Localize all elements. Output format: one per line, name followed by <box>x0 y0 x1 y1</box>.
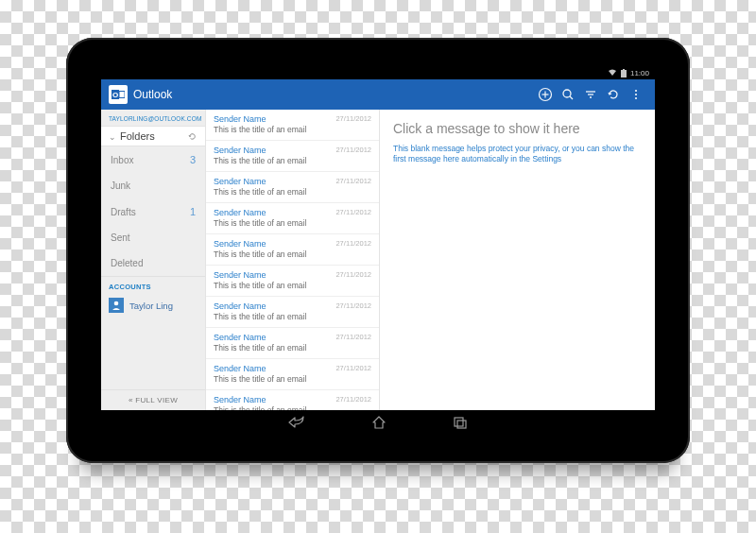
svg-point-8 <box>563 90 571 97</box>
subject: This is the title of an email <box>214 156 371 165</box>
svg-rect-18 <box>457 421 466 428</box>
folder-count: 3 <box>190 154 196 165</box>
date: 27/11/2012 <box>335 208 371 216</box>
subject: This is the title of an email <box>214 281 371 290</box>
refresh-button[interactable] <box>602 87 625 102</box>
folders-header[interactable]: ⌄Folders <box>101 126 205 146</box>
folder-label: Inbox <box>111 155 133 165</box>
back-button[interactable] <box>288 416 305 429</box>
svg-point-16 <box>114 301 119 306</box>
svg-rect-0 <box>621 70 627 77</box>
sidebar: TAYLORLING@OUTLOOK.COM ⌄Folders Inbox 3 … <box>101 110 205 410</box>
list-item[interactable]: Sender NameThis is the title of an email… <box>206 203 379 234</box>
date: 27/11/2012 <box>335 333 371 341</box>
date: 27/11/2012 <box>335 239 371 248</box>
date: 27/11/2012 <box>335 364 371 372</box>
filter-button[interactable] <box>579 87 602 102</box>
android-nav-bar <box>101 410 655 435</box>
subject: This is the title of an email <box>214 343 371 352</box>
svg-rect-1 <box>623 69 625 70</box>
svg-text:O: O <box>112 91 118 99</box>
date: 27/11/2012 <box>335 114 371 123</box>
folder-drafts[interactable]: Drafts 1 <box>101 198 205 225</box>
date: 27/11/2012 <box>335 395 371 404</box>
svg-point-15 <box>635 97 637 99</box>
date: 27/11/2012 <box>335 301 371 310</box>
date: 27/11/2012 <box>335 146 371 154</box>
wifi-icon <box>608 69 617 77</box>
subject: This is the title of an email <box>214 249 371 259</box>
svg-point-13 <box>635 90 637 92</box>
folder-label: Drafts <box>111 207 136 217</box>
subject: This is the title of an email <box>214 218 371 228</box>
subject: This is the title of an email <box>214 374 371 384</box>
clock-text: 11:00 <box>630 69 649 77</box>
list-item[interactable]: Sender NameThis is the title of an email… <box>206 390 379 410</box>
list-item[interactable]: Sender NameThis is the title of an email… <box>206 110 379 141</box>
folders-label: Folders <box>120 130 155 142</box>
folder-inbox[interactable]: Inbox 3 <box>101 146 205 173</box>
folder-sent[interactable]: Sent <box>101 225 205 250</box>
svg-rect-4 <box>119 92 125 98</box>
account-row[interactable]: Taylor Ling <box>101 294 205 318</box>
recent-apps-button[interactable] <box>453 416 468 429</box>
reading-pane: Click a message to show it here This bla… <box>380 110 655 410</box>
account-name: Taylor Ling <box>129 301 173 311</box>
tablet-frame: 11:00 O Outlook <box>66 38 690 463</box>
folder-label: Sent <box>111 232 130 243</box>
folder-label: Deleted <box>111 258 143 268</box>
action-bar: O Outlook <box>101 79 655 110</box>
folder-junk[interactable]: Junk <box>101 173 205 198</box>
app-title: Outlook <box>133 88 172 101</box>
status-bar: 11:00 <box>101 66 655 79</box>
overflow-button[interactable] <box>625 87 647 102</box>
reading-placeholder-title: Click a message to show it here <box>393 121 642 136</box>
outlook-logo-icon: O <box>109 85 128 104</box>
account-email: TAYLORLING@OUTLOOK.COM <box>101 110 205 126</box>
list-item[interactable]: Sender NameThis is the title of an email… <box>206 172 379 203</box>
svg-point-14 <box>635 94 637 95</box>
search-button[interactable] <box>557 87 579 102</box>
chevron-down-icon: ⌄ <box>109 132 116 142</box>
list-item[interactable]: Sender NameThis is the title of an email… <box>206 297 379 328</box>
avatar <box>109 298 124 313</box>
home-button[interactable] <box>371 416 387 429</box>
list-item[interactable]: Sender NameThis is the title of an email… <box>206 328 379 359</box>
subject: This is the title of an email <box>214 187 371 197</box>
refresh-folders-icon[interactable] <box>187 131 198 142</box>
screen: 11:00 O Outlook <box>101 66 655 435</box>
compose-button[interactable] <box>534 87 557 102</box>
battery-icon <box>621 69 627 77</box>
reading-placeholder-body: This blank message helps protect your pr… <box>393 144 642 165</box>
subject: This is the title of an email <box>214 125 371 134</box>
date: 27/11/2012 <box>335 270 371 279</box>
list-item[interactable]: Sender NameThis is the title of an email… <box>206 234 379 266</box>
folder-count: 1 <box>190 206 196 217</box>
full-view-button[interactable]: « FULL VIEW <box>101 389 205 410</box>
list-item[interactable]: Sender NameThis is the title of an email… <box>206 266 379 297</box>
accounts-header: ACCOUNTS <box>101 276 205 294</box>
list-item[interactable]: Sender NameThis is the title of an email… <box>206 141 379 172</box>
folder-deleted[interactable]: Deleted <box>101 250 205 276</box>
svg-line-9 <box>570 96 573 99</box>
date: 27/11/2012 <box>335 177 371 185</box>
message-list: Sender NameThis is the title of an email… <box>205 110 380 410</box>
folder-label: Junk <box>111 181 130 191</box>
svg-rect-17 <box>455 418 463 426</box>
subject: This is the title of an email <box>214 312 371 321</box>
list-item[interactable]: Sender NameThis is the title of an email… <box>206 359 379 390</box>
